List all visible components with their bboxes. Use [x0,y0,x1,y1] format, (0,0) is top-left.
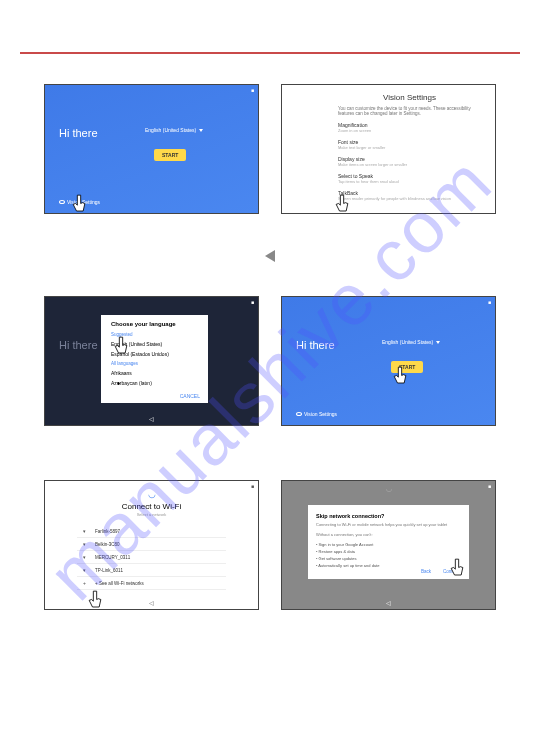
wifi-signal-icon: ▾ [83,554,91,560]
plus-icon: + [83,580,91,586]
language-dropdown[interactable]: English (United States) [145,127,203,133]
wifi-panel: ◡ Connect to Wi-Fi Select a network ▾Far… [77,489,226,601]
dialog-title: Skip network connection? [316,513,461,519]
status-bar: ■ [251,299,254,305]
screenshot-language: ■ Hi there Choose your language Suggeste… [44,296,259,426]
wifi-title: Connect to Wi-Fi [77,502,226,511]
tap-cursor-icon [332,193,352,214]
welcome-greeting: Hi there [59,127,98,139]
dialog-subtitle: Connecting to Wi-Fi or mobile network he… [316,522,461,527]
status-bar: ■ [488,299,491,305]
dialog-list-item: Sign in to your Google Account [316,542,461,547]
wifi-icon: ◡ [77,489,226,499]
cancel-button[interactable]: CANCEL [180,393,200,399]
screenshot-vision-settings: ■ Vision Settings You can customize the … [281,84,496,214]
status-bar: ■ [488,483,491,489]
tap-cursor-icon [111,335,131,361]
language-option[interactable]: Azərbaycan (latın) [111,380,198,386]
wifi-network[interactable]: ▾TP-Link_6011 [77,564,226,577]
dialog-list-item: Restore apps & data [316,549,461,554]
vision-item[interactable]: TalkBackScreen reader primarily for peop… [338,190,481,201]
welcome-greeting: Hi there [296,339,335,351]
wifi-network[interactable]: ▾Belkin-3C80 [77,538,226,551]
screenshot-skip-network: ■ ◡ Skip network connection? Connecting … [281,480,496,610]
screenshot-welcome: ■ Hi there English (United States) START… [44,84,259,214]
screenshot-wifi: ■ ◡ Connect to Wi-Fi Select a network ▾F… [44,480,259,610]
nav-back-icon[interactable]: ◁ [386,599,391,606]
start-button[interactable]: START [154,149,186,161]
dialog-list-item: Automatically set up time and date [316,563,461,568]
skip-dialog: Skip network connection? Connecting to W… [308,505,469,579]
language-dropdown[interactable]: English (United States) [382,339,440,345]
vision-item[interactable]: MagnificationZoom in on screen [338,122,481,133]
language-dialog-title: Choose your language [111,321,198,327]
wifi-subtitle: Select a network [77,512,226,517]
vision-item[interactable]: Select to SpeakTap items to hear them re… [338,173,481,184]
vision-item[interactable]: Display sizeMake items on screen larger … [338,156,481,167]
status-bar: ■ [251,87,254,93]
dialog-lead: Without a connection, you can't: [316,532,461,537]
eye-icon [296,412,302,416]
screenshot-welcome-start: ■ Hi there English (United States) START… [281,296,496,426]
tap-cursor-icon [390,365,410,391]
wifi-signal-icon: ▾ [83,541,91,547]
vision-subtitle: You can customize the device to fit your… [338,106,481,116]
vision-title: Vision Settings [338,93,481,102]
dialog-list-item: Get software updates [316,556,461,561]
status-bar: ■ [251,483,254,489]
dialog-list: Sign in to your Google Account Restore a… [316,542,461,568]
wifi-signal-icon: ▾ [83,567,91,573]
tap-cursor-icon [447,557,467,583]
nav-back-icon[interactable]: ◁ [149,415,154,422]
vision-settings-link[interactable]: Vision Settings [296,411,337,417]
welcome-greeting-dim: Hi there [59,339,98,351]
back-triangle-divider [44,248,496,266]
screenshot-grid: ■ Hi there English (United States) START… [0,54,540,658]
back-button[interactable]: Back [421,569,431,574]
vision-item[interactable]: Font sizeMake text larger or smaller [338,139,481,150]
wifi-icon: ◡ [282,481,495,493]
language-section: All languages [111,361,198,366]
wifi-signal-icon: ▾ [83,528,91,534]
tap-cursor-icon [69,193,89,214]
tap-cursor-icon [85,589,105,610]
wifi-network[interactable]: ▾Farlink-5897 [77,525,226,538]
eye-icon [59,200,65,204]
language-option[interactable]: Afrikaans [111,370,198,376]
triangle-icon [265,250,275,262]
wifi-network[interactable]: ▾MERCURY_0311 [77,551,226,564]
nav-back-icon[interactable]: ◁ [149,599,154,606]
